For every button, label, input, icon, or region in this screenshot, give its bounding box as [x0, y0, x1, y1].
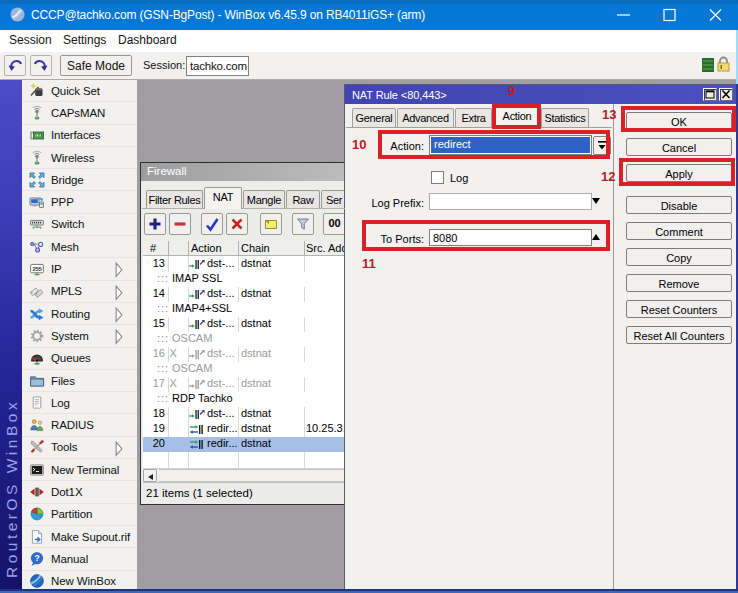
svg-text:255: 255 — [33, 266, 43, 272]
svg-text:?: ? — [34, 553, 39, 563]
